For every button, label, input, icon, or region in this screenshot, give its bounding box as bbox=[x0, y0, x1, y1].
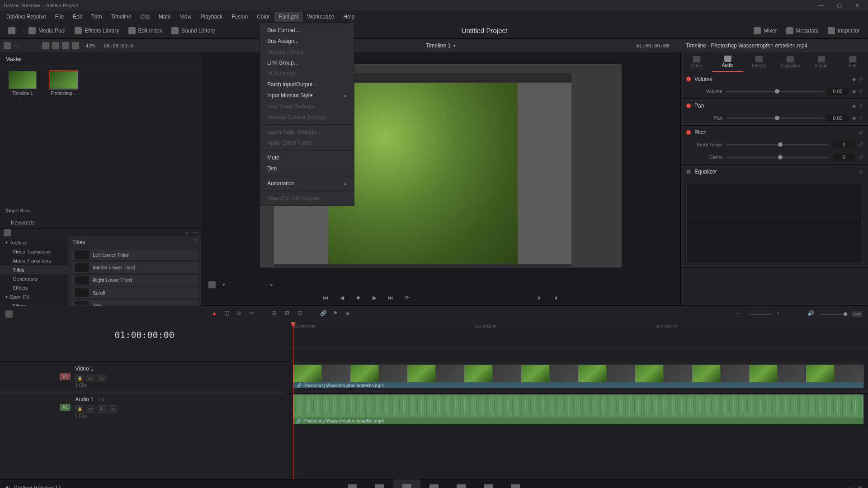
sort-icon[interactable] bbox=[72, 42, 79, 49]
semitones-value[interactable]: 0 bbox=[833, 141, 855, 148]
cut-page[interactable] bbox=[366, 479, 393, 488]
titles-header[interactable]: Titles˄ bbox=[68, 236, 201, 248]
semitones-slider[interactable] bbox=[726, 144, 830, 145]
reset-icon[interactable]: ↺ bbox=[859, 103, 863, 109]
mute-icon[interactable]: 🔊 bbox=[807, 310, 816, 318]
playhead[interactable] bbox=[293, 322, 293, 479]
reset-icon[interactable]: ↺ bbox=[859, 142, 863, 148]
zoom-in-icon[interactable]: + bbox=[777, 310, 785, 318]
trim-tool[interactable]: ◫ bbox=[224, 310, 232, 318]
menu-timeline[interactable]: Timeline bbox=[106, 12, 136, 22]
menu-file[interactable]: File bbox=[51, 12, 68, 22]
match-frame-icon[interactable]: ◦ ▸ bbox=[267, 282, 273, 288]
timeline-view-icon[interactable] bbox=[5, 310, 13, 318]
zoom-out-icon[interactable]: − bbox=[737, 310, 745, 318]
tree-group[interactable]: ▾ Toolbox bbox=[0, 238, 68, 247]
menu-mark[interactable]: Mark bbox=[154, 12, 175, 22]
fairlight-page[interactable] bbox=[475, 479, 502, 488]
dim-button[interactable]: DIM bbox=[852, 311, 863, 317]
effect-item[interactable]: Left Lower Third bbox=[71, 249, 198, 261]
disable-icon[interactable]: ▭ bbox=[97, 375, 106, 382]
clip-thumbnail[interactable]: Timeline 1 bbox=[5, 71, 41, 96]
close-button[interactable]: ✕ bbox=[850, 1, 864, 10]
edit-index-button[interactable]: Edit Index bbox=[124, 25, 167, 36]
solo-button[interactable]: S bbox=[97, 405, 106, 413]
effect-item[interactable]: Right Lower Third bbox=[71, 274, 198, 286]
auto-select-icon[interactable]: ▭ bbox=[86, 375, 95, 382]
smart-bins-header[interactable]: Smart Bins bbox=[0, 204, 201, 217]
reset-icon[interactable]: ↺ bbox=[859, 169, 863, 175]
replace-tool[interactable]: ⊡ bbox=[297, 310, 306, 318]
crop-menu-icon[interactable]: ▾ bbox=[223, 282, 225, 287]
menu-help[interactable]: Help bbox=[339, 12, 359, 22]
menu-clip[interactable]: Clip bbox=[136, 12, 154, 22]
list-view-icon[interactable] bbox=[42, 42, 49, 49]
settings-icon[interactable]: ⚙ bbox=[858, 485, 863, 488]
prev-button[interactable]: ◀ bbox=[338, 294, 346, 302]
keyframe-icon[interactable]: ◆ bbox=[852, 115, 856, 121]
crop-icon[interactable] bbox=[208, 281, 216, 288]
maximize-button[interactable]: ▢ bbox=[832, 1, 846, 10]
stop-button[interactable]: ■ bbox=[354, 294, 362, 302]
lock-icon[interactable]: 🔒 bbox=[75, 375, 84, 382]
cents-slider[interactable] bbox=[726, 157, 830, 158]
inspector-tab-file[interactable]: File bbox=[837, 52, 868, 72]
fairlight-dropdown[interactable]: Bus Format...Bus Assign...Presets Librar… bbox=[259, 23, 354, 206]
menu-playback[interactable]: Playback bbox=[196, 12, 227, 22]
volume-enable-toggle[interactable] bbox=[686, 77, 691, 81]
thumb-view-icon[interactable] bbox=[52, 42, 59, 49]
audio-track-header[interactable]: A1 Audio 1 2.0 🔒 ▭ S M 1 Clip bbox=[0, 392, 289, 422]
tree-item[interactable]: Generators bbox=[0, 274, 68, 283]
menu-workspace[interactable]: Workspace bbox=[303, 12, 339, 22]
inspector-tab-image[interactable]: Image bbox=[806, 52, 837, 72]
timeline-selector[interactable]: Timeline 1▾ bbox=[426, 42, 456, 49]
pan-value[interactable]: 0.00 bbox=[827, 114, 849, 122]
last-frame-button[interactable]: ⏭ bbox=[387, 294, 395, 302]
menu-edit[interactable]: Edit bbox=[68, 12, 87, 22]
pan-enable-toggle[interactable] bbox=[686, 103, 691, 108]
bin-view-icon[interactable] bbox=[4, 42, 11, 49]
keywords-bin[interactable]: Keywords bbox=[0, 217, 201, 229]
zoom-slider[interactable] bbox=[750, 314, 772, 315]
reset-icon[interactable]: ↺ bbox=[859, 130, 863, 136]
master-bin[interactable]: Master bbox=[0, 52, 201, 66]
media-pool-button[interactable]: Media Pool bbox=[24, 25, 70, 36]
play-button[interactable]: ▶ bbox=[370, 294, 378, 302]
menu-color[interactable]: Color bbox=[252, 12, 274, 22]
reset-icon[interactable]: ↺ bbox=[859, 155, 863, 160]
marker-tool[interactable]: ◈ bbox=[345, 310, 354, 318]
loop-button[interactable]: ⟳ bbox=[403, 294, 411, 302]
menu-fusion[interactable]: Fusion bbox=[227, 12, 252, 22]
timeline-timecode[interactable]: 01:00:00:00 bbox=[0, 322, 289, 347]
tree-item[interactable]: Effects bbox=[0, 283, 68, 292]
media-page[interactable] bbox=[339, 479, 366, 488]
volume-value[interactable]: 0.00 bbox=[827, 88, 849, 95]
pitch-enable-toggle[interactable] bbox=[686, 130, 691, 135]
prev-edit-button[interactable]: ⏴ bbox=[552, 294, 560, 302]
blade-tool[interactable]: ✂ bbox=[250, 310, 258, 318]
selection-tool[interactable]: ▲ bbox=[212, 310, 220, 318]
volume-slider[interactable] bbox=[726, 91, 823, 92]
auto-select-icon[interactable]: ▭ bbox=[86, 405, 95, 413]
eq-graph[interactable] bbox=[686, 182, 863, 263]
home-button[interactable] bbox=[4, 25, 20, 36]
tree-item[interactable]: Video Transitions bbox=[0, 247, 68, 256]
insert-tool[interactable]: ⊞ bbox=[272, 310, 280, 318]
color-page[interactable] bbox=[448, 479, 475, 488]
keyframe-icon[interactable]: ◆ bbox=[852, 103, 856, 109]
search-icon[interactable] bbox=[62, 42, 69, 49]
timeline-ruler[interactable]: 01:00:00:00 01:03:42:00 01:07:24:00 bbox=[289, 322, 868, 349]
minimize-button[interactable]: — bbox=[814, 1, 828, 10]
menu-item-dim[interactable]: Dim bbox=[260, 163, 354, 174]
audio-clip[interactable]: 🔗Photoshop Wassertropfen erstellen.mp4 bbox=[293, 394, 863, 424]
fusion-page[interactable] bbox=[420, 479, 448, 488]
overwrite-tool[interactable]: ⊟ bbox=[285, 310, 293, 318]
flag-tool[interactable]: ⚑ bbox=[333, 310, 341, 318]
monitor-volume-slider[interactable] bbox=[820, 314, 847, 315]
menu-trim[interactable]: Trim bbox=[87, 12, 107, 22]
mixer-button[interactable]: Mixer bbox=[749, 25, 781, 36]
clip-thumbnail[interactable]: Photoshop... bbox=[45, 71, 81, 96]
inspector-button[interactable]: Inspector bbox=[823, 25, 864, 36]
menu-item-automation[interactable]: Automation▸ bbox=[260, 178, 354, 189]
reset-icon[interactable]: ↺ bbox=[859, 76, 863, 82]
